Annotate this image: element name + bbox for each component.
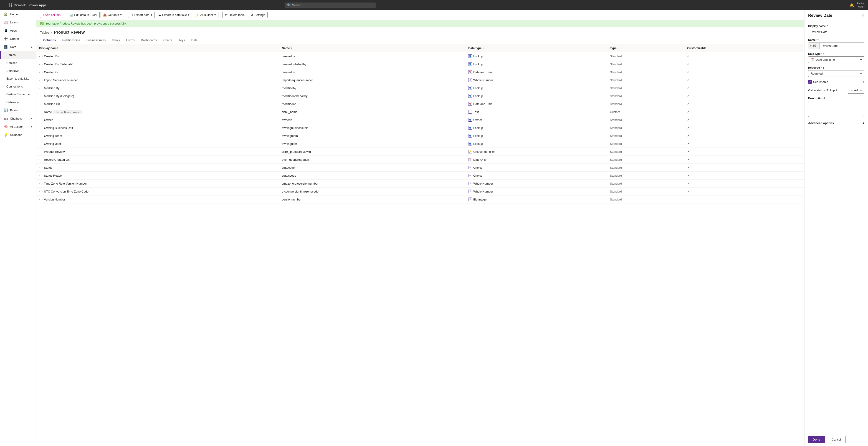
row-menu-dots[interactable]: ··· <box>39 78 43 82</box>
sidebar-item-home[interactable]: 🏠 Home <box>0 10 36 18</box>
success-banner: ✅ Your table Product Review has been pro… <box>36 20 804 27</box>
cell-data-type: 👤Lookup <box>466 132 607 140</box>
table-row: ··· Version Numberversionnumber#Big Inte… <box>36 196 804 203</box>
data-type-info-icon: ℹ <box>824 53 824 56</box>
row-menu-dots[interactable]: ··· <box>39 54 43 58</box>
row-menu-dots[interactable]: ··· <box>39 134 43 138</box>
tab-keys[interactable]: Keys <box>175 37 188 44</box>
cell-display-name: ··· Owning Business Unit <box>36 124 279 132</box>
export-datalake-button[interactable]: ☁ Export to data lake ▾ <box>156 12 192 18</box>
row-menu-dots[interactable]: ··· <box>39 198 43 201</box>
row-menu-dots[interactable]: ··· <box>39 102 43 106</box>
row-menu-dots[interactable]: ··· <box>39 182 43 185</box>
tab-dashboards[interactable]: Dashboards <box>138 37 160 44</box>
sidebar-item-chatbots[interactable]: 🤖 Chatbots ▼ <box>0 114 36 123</box>
hamburger-icon[interactable]: ☰ <box>3 3 6 7</box>
sidebar-item-data[interactable]: 🗄️ Data ▲ <box>0 43 36 51</box>
th-data-type[interactable]: Data type ↓ <box>466 44 607 52</box>
cancel-button[interactable]: Cancel <box>827 436 846 443</box>
table-row: ··· UTC Conversion Time Zone Codeutcconv… <box>36 187 804 196</box>
row-menu-dots[interactable]: ··· <box>39 70 43 74</box>
sidebar-item-connectors[interactable]: Custom Connectors <box>0 91 36 98</box>
get-data-icon: 📥 <box>103 13 107 16</box>
edit-in-excel-button[interactable]: 📊 Edit data in Excel <box>67 12 99 18</box>
th-customizable[interactable]: Customizable ↓ <box>684 44 804 52</box>
breadcrumb-tables[interactable]: Tables <box>40 31 49 34</box>
tab-views[interactable]: Views <box>109 37 123 44</box>
cell-type: Standard <box>607 164 685 172</box>
row-menu-dots[interactable]: ··· <box>39 166 43 169</box>
data-type-required: * <box>822 52 823 56</box>
sidebar-item-aibuilder[interactable]: 🧠 AI Builder ▼ <box>0 123 36 131</box>
searchable-checkbox[interactable]: ✓ <box>808 80 812 84</box>
panel-close-button[interactable]: ✕ <box>861 13 864 18</box>
th-type[interactable]: Type ↓ <box>607 44 685 52</box>
row-menu-dots[interactable]: ··· <box>39 118 43 122</box>
cell-type: Standard <box>607 140 685 148</box>
search-input[interactable] <box>292 3 374 7</box>
row-menu-dots[interactable]: ··· <box>39 62 43 66</box>
done-button[interactable]: Done <box>808 436 825 443</box>
sidebar-item-gateways[interactable]: Gateways <box>0 98 36 106</box>
sidebar-item-dataflows[interactable]: Dataflows <box>0 67 36 75</box>
sidebar-item-connections[interactable]: Connections <box>0 82 36 91</box>
name-input[interactable] <box>820 43 864 49</box>
required-select[interactable]: Required ▾ <box>808 70 864 77</box>
get-data-button[interactable]: 📥 Get data ▾ <box>100 12 124 18</box>
cell-customizable: ✓ <box>684 100 804 108</box>
success-icon: ✅ <box>40 22 44 25</box>
row-menu-dots[interactable]: ··· <box>39 190 43 193</box>
cell-data-type: ≡Choice <box>466 164 607 172</box>
cell-display-name: ··· Owning User <box>36 140 279 148</box>
advanced-options-label: Advanced options <box>808 122 834 125</box>
sidebar-label-learn: Learn <box>10 21 18 24</box>
display-name-input[interactable] <box>808 29 864 35</box>
data-type-select[interactable]: 📅 Date and Time ▾ <box>808 56 864 63</box>
tab-forms[interactable]: Forms <box>123 37 138 44</box>
add-column-button[interactable]: + Add column <box>40 12 63 18</box>
excel-icon: 📊 <box>69 13 73 16</box>
sidebar-item-create[interactable]: ➕ Create <box>0 35 36 43</box>
sidebar-item-export[interactable]: Export to data lake <box>0 75 36 82</box>
sidebar-item-solutions[interactable]: 💡 Solutions <box>0 131 36 139</box>
row-menu-dots[interactable]: ··· <box>39 158 43 161</box>
search-bar[interactable]: 🔍 <box>285 2 376 8</box>
ai-builder-button[interactable]: ⚡ AI Builder ▾ <box>193 12 218 18</box>
th-name[interactable]: Name ↓ <box>279 44 466 52</box>
tab-business-rules[interactable]: Business rules <box>83 37 109 44</box>
notifications-icon[interactable]: 🔔 <box>849 3 854 7</box>
searchable-text: Searchable <box>813 80 828 84</box>
th-display-name[interactable]: Display name ↑ ↓ <box>36 44 279 52</box>
settings-button[interactable]: ⚙ Settings <box>248 12 268 18</box>
cell-type: Standard <box>607 84 685 92</box>
cell-type: Standard <box>607 76 685 84</box>
tab-columns[interactable]: Columns <box>40 37 59 44</box>
tab-charts[interactable]: Charts <box>160 37 175 44</box>
advanced-options-toggle[interactable]: Advanced options ▾ <box>808 120 864 126</box>
sidebar-item-learn[interactable]: 📖 Learn <box>0 18 36 26</box>
table-row: ··· NamePrimary Name Columncrfb6_nameTTe… <box>36 108 804 116</box>
add-calc-button[interactable]: ＋ Add ▾ <box>848 87 864 94</box>
row-menu-dots[interactable]: ··· <box>39 174 43 177</box>
data-type-icon: 👤 <box>468 54 472 58</box>
sidebar-item-choices[interactable]: Choices <box>0 59 36 67</box>
tab-relationships[interactable]: Relationships <box>59 37 83 44</box>
breadcrumb-current: Product Review <box>54 30 85 35</box>
row-menu-dots[interactable]: ··· <box>39 110 43 114</box>
row-menu-dots[interactable]: ··· <box>39 94 43 98</box>
row-menu-dots[interactable]: ··· <box>39 150 43 153</box>
tab-data[interactable]: Data <box>188 37 201 44</box>
sidebar-item-flows[interactable]: 🔄 Flows <box>0 106 36 114</box>
export-data-button[interactable]: ↪ Export data ▾ <box>128 12 155 18</box>
description-textarea[interactable] <box>808 101 864 117</box>
sidebar-item-tables[interactable]: Tables <box>0 51 36 59</box>
row-menu-dots[interactable]: ··· <box>39 142 43 145</box>
sidebar-label-solutions: Solutions <box>10 133 22 137</box>
sidebar-item-apps[interactable]: 📱 Apps <box>0 26 36 35</box>
search-icon: 🔍 <box>287 3 291 7</box>
row-menu-dots[interactable]: ··· <box>39 126 43 130</box>
display-name-group: Display name * <box>808 25 864 35</box>
sidebar-label-export: Export to data lake <box>6 77 29 80</box>
row-menu-dots[interactable]: ··· <box>39 86 43 90</box>
delete-table-button[interactable]: 🗑 Delete table <box>222 12 247 18</box>
